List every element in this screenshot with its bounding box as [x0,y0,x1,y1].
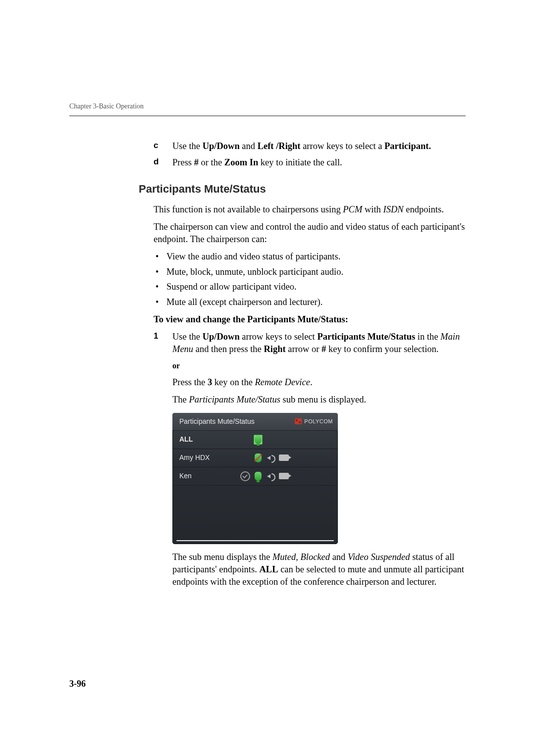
panel-row-ken[interactable]: Ken [172,467,338,486]
mic-slot[interactable] [252,472,265,481]
step-d-marker: d [154,156,172,169]
panel-title: Participants Mute/Status [179,417,255,426]
text: Zoom In [224,157,258,167]
text: Press [172,157,194,167]
text: arrow keys to select a [301,141,385,151]
displayed-line: The Participants Mute/Status sub menu is… [172,394,466,406]
text: in the [415,332,440,342]
text: arrow keys to select [240,332,318,342]
brand: POLYCOM [295,418,333,425]
panel-footer-line [176,540,334,541]
panel-spacer [172,486,338,540]
text: Participants Mute/Status [189,395,280,404]
intro-para-1: This function is not available to chairp… [154,203,466,216]
step-1-text: Use the Up/Down arrow keys to select Par… [172,331,466,355]
speaker-slot[interactable] [265,454,277,461]
text: Participants Mute/Status [317,332,415,342]
text: This function is not available to chairp… [154,204,343,214]
page-number: 3-96 [69,679,86,689]
section-heading: Participants Mute/Status [139,182,466,197]
text: Use the [172,141,203,151]
step-d-text: Press # or the Zoom In key to initiate t… [172,156,466,169]
mute-status-panel: Participants Mute/Status POLYCOM ALL [172,413,338,544]
text: Remote Device [255,377,310,387]
text: and [330,552,348,562]
panel-row-amy[interactable]: Amy HDX [172,449,338,467]
row-name: ALL [179,435,239,444]
step-1: 1 Use the Up/Down arrow keys to select P… [154,331,466,355]
text: PCM [343,204,362,214]
submenu-screenshot: Participants Mute/Status POLYCOM ALL [172,413,466,544]
text: ALL [259,564,278,574]
text: . [310,377,313,387]
speaker-icon [267,454,275,461]
text: or the [199,157,224,167]
text: Up/Down [203,332,240,342]
text: Video Suspended [348,552,410,562]
microphone-icon [255,472,262,481]
microphone-muted-icon [255,454,262,462]
step-d: d Press # or the Zoom In key to initiate… [154,156,466,169]
mic-slot[interactable] [252,435,265,445]
mic-highlight-icon [254,435,263,445]
text: Up/Down [203,141,240,151]
text: # [321,344,326,354]
text: 3 [208,377,212,387]
polycom-logo-icon [295,418,302,424]
text: ISDN [383,204,403,214]
text: sub menu is displayed. [280,395,366,404]
list-item: Mute, block, unmute, unblock participant… [154,266,466,278]
check-slot [239,471,252,481]
text: key to confirm your selection. [326,344,438,354]
text: Press the [172,377,208,387]
text: Left /Right [258,141,301,151]
panel-row-all[interactable]: ALL [172,431,338,449]
check-circle-icon [240,471,250,481]
microphone-icon [255,435,262,444]
text: The [172,395,189,404]
press-3-line: Press the 3 key on the Remote Device. [172,376,466,389]
text: The sub menu displays the [172,552,272,562]
text: and then press the [193,344,264,354]
list-item: Mute all (except chairperson and lecture… [154,296,466,308]
text: key to initiate the call. [258,157,342,167]
procedure-title: To view and change the Participants Mute… [154,313,466,326]
text: Muted, Blocked [272,552,330,562]
panel-header: Participants Mute/Status POLYCOM [172,413,338,431]
running-header: Chapter 3-Basic Operation [69,102,466,110]
mic-slot[interactable] [252,454,265,462]
text: with [362,204,383,214]
row-name: Amy HDX [179,453,239,462]
text: Use the [172,332,203,342]
brand-text: POLYCOM [304,418,333,425]
text: arrow or [286,344,321,354]
capability-list: View the audio and video status of parti… [154,251,466,309]
step-c-text: Use the Up/Down and Left /Right arrow ke… [172,140,466,152]
speaker-slot[interactable] [265,473,277,480]
camera-slot[interactable] [277,473,290,479]
list-item: View the audio and video status of parti… [154,251,466,263]
camera-icon [279,473,289,479]
text: endpoints. [404,204,444,214]
or-label: or [172,360,466,371]
camera-icon [279,454,289,461]
text: key on the [212,377,255,387]
step-c-marker: c [154,140,172,152]
intro-para-2: The chairperson can view and control the… [154,221,466,246]
step-1-marker: 1 [154,331,172,355]
step-c: c Use the Up/Down and Left /Right arrow … [154,140,466,152]
list-item: Suspend or allow participant video. [154,281,466,293]
row-name: Ken [179,471,239,481]
header-rule [69,115,466,116]
text: # [194,157,199,167]
content-block: c Use the Up/Down and Left /Right arrow … [154,140,466,588]
speaker-icon [267,473,275,480]
text: Participant. [384,141,431,151]
camera-slot[interactable] [277,454,290,461]
after-panel-para: The sub menu displays the Muted, Blocked… [172,551,466,588]
text: Right [264,344,285,354]
text: and [240,141,258,151]
